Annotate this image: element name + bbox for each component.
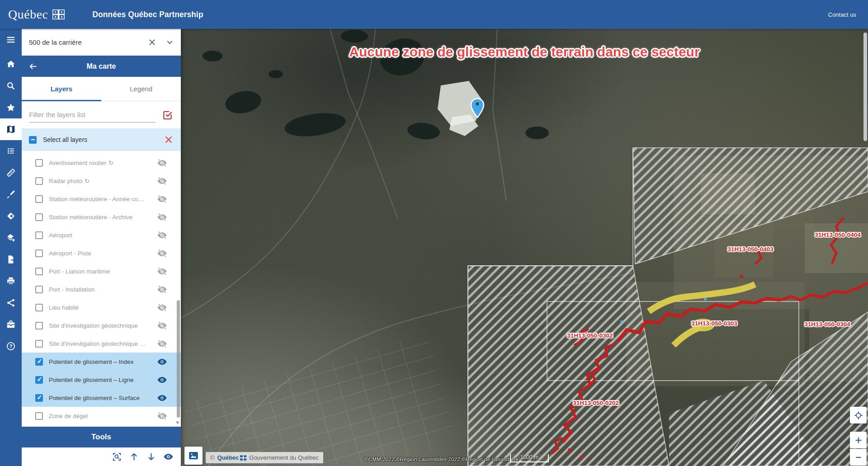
select-all-checkbox[interactable] bbox=[29, 136, 37, 144]
zoom-to-extent-icon[interactable] bbox=[112, 452, 122, 462]
eye-off-icon[interactable] bbox=[157, 194, 167, 204]
layer-row[interactable]: Avertissement routier↻ bbox=[22, 154, 181, 172]
back-arrow-icon[interactable] bbox=[28, 61, 38, 71]
layer-checkbox[interactable] bbox=[35, 268, 43, 275]
layer-label: Zone de dégel bbox=[49, 413, 88, 419]
map-viewport[interactable]: Aucune zone de glissement de terrain dan… bbox=[181, 29, 868, 466]
sidebar-item-draw[interactable] bbox=[0, 184, 22, 205]
zoom-out-button[interactable] bbox=[850, 449, 867, 466]
eye-icon[interactable] bbox=[157, 375, 167, 385]
eye-off-icon[interactable] bbox=[157, 302, 167, 313]
layer-row[interactable]: Potentiel de glissement – Surface bbox=[22, 389, 181, 407]
list-scrollbar-thumb[interactable] bbox=[177, 300, 180, 418]
eye-off-icon[interactable] bbox=[157, 158, 167, 168]
scroll-down-hint-icon[interactable]: ▾ bbox=[176, 419, 179, 426]
layer-checkbox[interactable] bbox=[35, 376, 43, 384]
refresh-icon[interactable]: ↻ bbox=[108, 160, 113, 166]
search-input[interactable] bbox=[29, 38, 147, 46]
layer-checkbox[interactable] bbox=[35, 412, 43, 420]
layers-plus-icon bbox=[6, 233, 16, 243]
eye-icon[interactable] bbox=[157, 357, 167, 367]
layer-row[interactable]: Radar photo↻ bbox=[22, 172, 181, 190]
deselect-all-icon[interactable] bbox=[164, 135, 174, 145]
tab-legend[interactable]: Legend bbox=[101, 77, 181, 101]
print-icon bbox=[6, 276, 16, 286]
sidebar-item-directions[interactable] bbox=[0, 205, 22, 227]
layer-row[interactable]: Port - Liaison maritime bbox=[22, 262, 181, 280]
layer-row[interactable]: Potentiel de glissement – Ligne bbox=[22, 371, 181, 389]
layer-label: Site d'investigation géotechnique bbox=[49, 322, 138, 329]
sidebar-item-print[interactable] bbox=[0, 270, 22, 292]
layer-filter-input[interactable] bbox=[29, 107, 156, 122]
layer-row[interactable]: Aéroport bbox=[22, 226, 181, 244]
layer-checkbox[interactable] bbox=[35, 249, 43, 257]
eye-off-icon[interactable] bbox=[157, 266, 167, 277]
tab-layers[interactable]: Layers bbox=[22, 77, 101, 101]
layer-checkbox[interactable] bbox=[35, 195, 43, 203]
eye-icon[interactable] bbox=[157, 393, 167, 403]
layer-row[interactable]: Zone de dégel bbox=[22, 407, 181, 425]
refresh-icon[interactable]: ↻ bbox=[85, 178, 90, 184]
sidebar-item-list[interactable] bbox=[0, 140, 22, 162]
layer-row[interactable]: Port - Installation bbox=[22, 280, 181, 298]
page-scrollbar-thumb[interactable] bbox=[863, 33, 867, 141]
sidebar-item-briefcase[interactable] bbox=[0, 314, 22, 335]
sidebar-item-share[interactable] bbox=[0, 292, 22, 314]
layer-row[interactable]: Station météoroutière - Archive bbox=[22, 208, 181, 226]
layer-checkbox[interactable] bbox=[35, 231, 43, 239]
eye-off-icon[interactable] bbox=[157, 320, 167, 331]
sidebar-item-file-export[interactable] bbox=[0, 249, 22, 270]
baselayer-switcher-button[interactable] bbox=[184, 447, 203, 465]
chevron-down-icon[interactable] bbox=[165, 38, 175, 47]
layer-row[interactable]: Aéroport - Piste bbox=[22, 244, 181, 262]
sidebar-item-search[interactable] bbox=[0, 75, 22, 97]
city-grid bbox=[184, 334, 458, 466]
layer-checkbox[interactable] bbox=[35, 358, 43, 366]
sidebar-item-menu[interactable] bbox=[0, 29, 22, 51]
eye-off-icon[interactable] bbox=[157, 284, 167, 295]
layer-checkbox[interactable] bbox=[35, 286, 43, 293]
sidebar-item-home[interactable] bbox=[0, 53, 22, 75]
copyright-symbol: © bbox=[210, 454, 215, 461]
eye-off-icon[interactable] bbox=[157, 411, 167, 421]
layer-checkbox[interactable] bbox=[35, 177, 43, 185]
move-layer-down-icon[interactable] bbox=[146, 452, 156, 462]
eye-off-icon[interactable] bbox=[157, 339, 167, 349]
sidebar-item-map[interactable] bbox=[0, 118, 22, 140]
layer-row[interactable]: Station météoroutière - Année courante bbox=[22, 190, 181, 208]
layer-checkbox[interactable] bbox=[35, 159, 43, 167]
quebec-logo[interactable]: Québec bbox=[8, 7, 65, 22]
layer-checkbox[interactable] bbox=[35, 304, 43, 311]
layer-row[interactable]: Potentiel de glissement – Index bbox=[22, 353, 181, 371]
quebec-wordmark: Québec bbox=[8, 7, 48, 22]
layer-row[interactable]: Lieu habité bbox=[22, 298, 181, 316]
geolocate-button[interactable] bbox=[850, 407, 867, 424]
eye-off-icon[interactable] bbox=[157, 248, 167, 259]
layer-checkbox[interactable] bbox=[35, 340, 43, 348]
tools-button[interactable]: Tools bbox=[22, 427, 181, 447]
scale-bar: 1000 m bbox=[510, 454, 549, 462]
sidebar-item-help[interactable]: ? bbox=[0, 335, 22, 357]
clear-search-icon[interactable] bbox=[147, 38, 157, 47]
layer-row[interactable]: Site d'investigation géotechnique bbox=[22, 316, 181, 334]
layer-checkbox[interactable] bbox=[35, 322, 43, 329]
layer-row[interactable]: Site d'investigation géotechnique BDG bbox=[22, 334, 181, 353]
zoom-in-button[interactable] bbox=[850, 432, 867, 448]
multi-select-icon[interactable] bbox=[162, 109, 174, 121]
contact-us-link[interactable]: Contact us bbox=[828, 11, 856, 18]
sidebar-item-measure[interactable] bbox=[0, 162, 22, 184]
map-icon bbox=[6, 124, 16, 134]
left-toolbar: ? bbox=[0, 29, 22, 466]
location-pin-icon[interactable] bbox=[470, 98, 485, 118]
layer-checkbox[interactable] bbox=[35, 394, 43, 402]
layer-label: Port - Liaison maritime bbox=[49, 268, 110, 275]
layer-checkbox[interactable] bbox=[35, 213, 43, 221]
eye-off-icon[interactable] bbox=[157, 212, 167, 222]
eye-off-icon[interactable] bbox=[157, 176, 167, 186]
sidebar-item-layers-plus[interactable] bbox=[0, 227, 22, 249]
sidebar-item-star[interactable] bbox=[0, 97, 22, 118]
move-layer-up-icon[interactable] bbox=[129, 452, 139, 462]
toggle-visibility-icon[interactable] bbox=[163, 452, 174, 462]
eye-off-icon[interactable] bbox=[157, 230, 167, 240]
baselayer-image-icon bbox=[188, 450, 199, 461]
